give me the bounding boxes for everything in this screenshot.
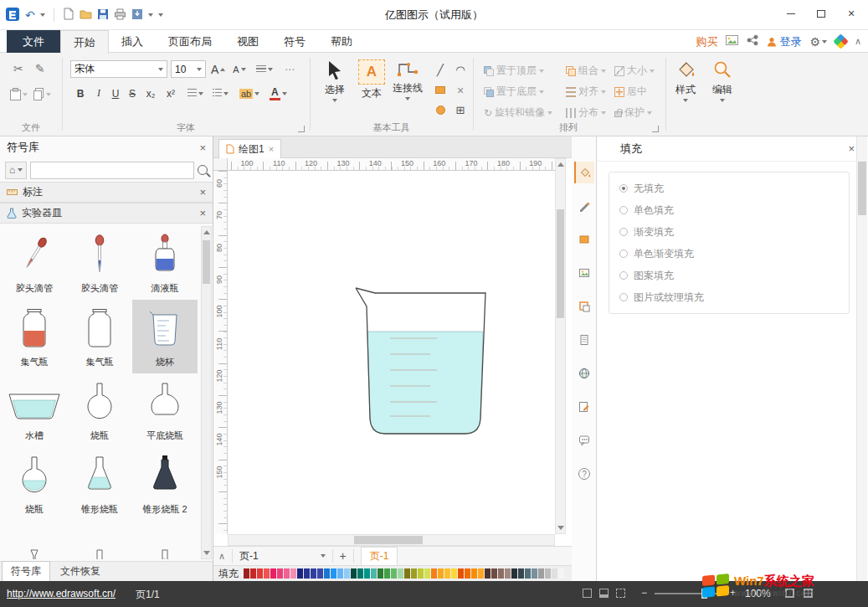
properties-panel-button[interactable] bbox=[574, 329, 594, 351]
rotate-mirror-button[interactable]: ↻旋转和镜像 bbox=[484, 103, 552, 122]
note-panel-button[interactable] bbox=[574, 396, 594, 418]
symbol-item-partial[interactable] bbox=[132, 521, 198, 559]
color-swatch[interactable] bbox=[424, 568, 430, 579]
symbol-search-input[interactable] bbox=[30, 162, 194, 179]
select-tool-button[interactable]: 选择 bbox=[316, 59, 353, 102]
color-swatch[interactable] bbox=[284, 568, 290, 579]
color-swatch[interactable] bbox=[404, 568, 410, 579]
view-mode-page-button[interactable] bbox=[599, 589, 614, 600]
color-swatch[interactable] bbox=[552, 568, 557, 579]
zoom-out-button[interactable]: − bbox=[641, 587, 647, 599]
section-annotations[interactable]: 标注 × bbox=[0, 182, 213, 203]
ellipse-shape-button[interactable] bbox=[432, 101, 449, 119]
tab-file[interactable]: 文件 bbox=[7, 30, 60, 53]
help-button[interactable]: ? bbox=[574, 463, 594, 485]
app-logo-icon[interactable] bbox=[5, 7, 20, 24]
symbol-item[interactable]: 平底烧瓶 bbox=[132, 373, 198, 447]
color-swatch[interactable] bbox=[505, 568, 511, 579]
color-swatch[interactable] bbox=[532, 568, 537, 579]
bold-button[interactable]: B bbox=[72, 85, 89, 102]
symbol-item[interactable]: 水槽 bbox=[2, 373, 67, 447]
layers-panel-button[interactable] bbox=[574, 296, 594, 317]
align-text-button[interactable] bbox=[254, 60, 275, 78]
symbol-item[interactable]: 烧瓶 bbox=[67, 373, 132, 447]
strikethrough-button[interactable]: S bbox=[124, 85, 141, 102]
cut-button[interactable]: ✂ bbox=[13, 63, 23, 75]
view-mode-full-button[interactable] bbox=[616, 589, 630, 600]
color-swatch[interactable] bbox=[290, 568, 296, 579]
community-pinwheel-icon[interactable] bbox=[833, 33, 848, 49]
color-swatch[interactable] bbox=[485, 568, 490, 579]
color-swatch[interactable] bbox=[264, 568, 270, 579]
table-tool-button[interactable]: ⊞ bbox=[452, 101, 469, 119]
color-swatch[interactable] bbox=[351, 568, 357, 579]
image-panel-button[interactable] bbox=[574, 262, 594, 284]
comment-panel-button[interactable] bbox=[574, 430, 594, 451]
symbol-item[interactable]: 锥形烧瓶 2 bbox=[132, 447, 198, 521]
copy-button[interactable] bbox=[33, 88, 51, 100]
drawing-page[interactable] bbox=[228, 171, 555, 534]
library-home-button[interactable]: ⌂ bbox=[5, 162, 27, 179]
grow-font-button[interactable]: A bbox=[209, 60, 227, 78]
more-font-options-button[interactable]: ⋯ bbox=[281, 60, 298, 78]
shape-button[interactable] bbox=[574, 229, 594, 250]
print-button[interactable] bbox=[114, 8, 126, 23]
symbol-item-partial[interactable] bbox=[67, 521, 132, 559]
color-swatch[interactable] bbox=[371, 568, 377, 579]
open-folder-button[interactable] bbox=[80, 8, 92, 22]
fill-panel-close-button[interactable]: × bbox=[848, 142, 855, 155]
erase-tool-button[interactable]: × bbox=[452, 81, 469, 99]
size-button[interactable]: 大小 bbox=[614, 61, 655, 80]
color-swatch[interactable] bbox=[270, 568, 276, 579]
arrange-dialog-launcher[interactable] bbox=[652, 126, 659, 132]
color-swatch[interactable] bbox=[277, 568, 283, 579]
scrollbar-thumb[interactable] bbox=[557, 209, 564, 318]
color-swatch[interactable] bbox=[438, 568, 444, 579]
section-annotations-close[interactable]: × bbox=[199, 186, 206, 198]
color-swatch[interactable] bbox=[451, 568, 457, 579]
symbol-item[interactable]: 锥形烧瓶 bbox=[67, 447, 132, 521]
share-icon[interactable] bbox=[747, 34, 758, 49]
color-swatch[interactable] bbox=[250, 568, 256, 579]
maximize-button[interactable] bbox=[806, 2, 836, 25]
align-button[interactable]: 对齐 bbox=[566, 82, 606, 101]
color-swatch[interactable] bbox=[458, 568, 464, 579]
save-dropdown-arrow-icon[interactable] bbox=[148, 13, 153, 17]
symbol-item[interactable]: 滴液瓶 bbox=[132, 226, 198, 300]
color-swatch[interactable] bbox=[511, 568, 517, 579]
color-swatch[interactable] bbox=[344, 568, 350, 579]
symbol-item[interactable]: 胶头滴管 bbox=[2, 226, 67, 300]
color-swatch[interactable] bbox=[311, 568, 316, 579]
minimize-button[interactable] bbox=[776, 2, 806, 25]
font-dialog-launcher[interactable] bbox=[298, 126, 305, 132]
section-labware[interactable]: 实验器皿 × bbox=[0, 203, 213, 224]
color-swatch[interactable] bbox=[331, 568, 336, 579]
color-swatch[interactable] bbox=[444, 568, 450, 579]
scrollbar-thumb[interactable] bbox=[858, 162, 866, 215]
tab-symbols[interactable]: 符号 bbox=[271, 30, 318, 53]
save-button[interactable] bbox=[97, 8, 109, 23]
color-swatch[interactable] bbox=[384, 568, 390, 579]
collapse-pagebar-button[interactable]: ∧ bbox=[218, 552, 225, 561]
add-page-button[interactable]: + bbox=[340, 550, 347, 562]
font-color-button[interactable]: A bbox=[268, 85, 289, 102]
center-button[interactable]: 居中 bbox=[614, 82, 647, 101]
color-swatch[interactable] bbox=[398, 568, 403, 579]
color-swatch[interactable] bbox=[525, 568, 531, 579]
rectangle-shape-button[interactable] bbox=[432, 81, 449, 99]
close-button[interactable]: × bbox=[836, 2, 866, 25]
login-button[interactable]: 登录 bbox=[767, 34, 801, 49]
fill-option-texture[interactable]: 图片或纹理填充 bbox=[609, 286, 849, 308]
underline-button[interactable]: U bbox=[107, 85, 124, 102]
fill-option-gradient[interactable]: 渐变填充 bbox=[609, 221, 849, 243]
bullet-list-button[interactable] bbox=[211, 85, 230, 102]
shrink-font-button[interactable]: A bbox=[231, 60, 248, 78]
new-document-button[interactable] bbox=[63, 8, 74, 23]
arc-shape-button[interactable]: ◠ bbox=[452, 61, 469, 79]
superscript-button[interactable]: x² bbox=[162, 85, 179, 102]
highlight-button[interactable]: ab bbox=[238, 85, 261, 102]
scroll-up-arrow-icon[interactable] bbox=[203, 230, 210, 234]
paste-button[interactable] bbox=[10, 88, 28, 100]
subscript-button[interactable]: x₂ bbox=[142, 85, 159, 102]
connector-tool-button[interactable]: 连接线 bbox=[388, 59, 427, 100]
